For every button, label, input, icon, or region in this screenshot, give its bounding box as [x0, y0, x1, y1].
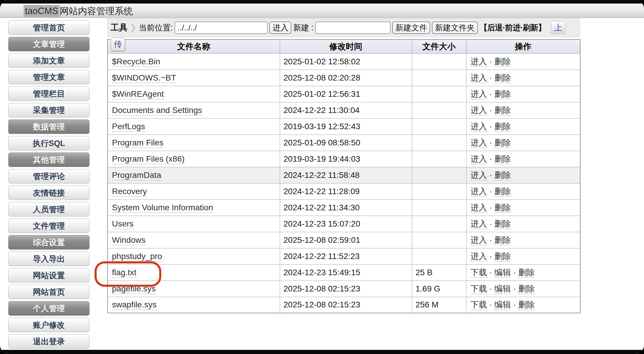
enter-link[interactable]: 进入 [471, 252, 487, 262]
sidebar-item[interactable]: 管理首页 [8, 20, 90, 35]
enter-link[interactable]: 进入 [471, 122, 487, 132]
table-row: Recovery2024-12-22 11:28:09进入 · 删除 [108, 183, 580, 199]
toolbar: 工具 ❯ 当前位置: 进入 新建 : 新建文件 新建文件夹 【后退·前进·刷新】… [107, 18, 580, 37]
sidebar-item[interactable]: 其他管理 [8, 153, 90, 167]
history-nav-links[interactable]: 【后退·前进·刷新】 [479, 22, 546, 33]
delete-link[interactable]: 删除 [494, 235, 511, 245]
enter-button[interactable]: 进入 [269, 22, 291, 34]
sidebar-item[interactable]: 个人管理 [8, 301, 90, 316]
table-row: ProgramData2024-12-22 11:58:48进入 · 删除 [108, 167, 580, 183]
delete-link[interactable]: 删除 [494, 154, 511, 164]
edit-link[interactable]: 编辑 [494, 284, 511, 294]
file-size [412, 232, 466, 248]
delete-link[interactable]: 删除 [518, 284, 535, 294]
file-name-link[interactable]: ProgramData [112, 171, 161, 181]
delete-link[interactable]: 删除 [494, 252, 511, 262]
download-link[interactable]: 下载 [471, 268, 487, 278]
sidebar-item[interactable]: 网站设置 [8, 268, 90, 283]
enter-link[interactable]: 进入 [471, 154, 487, 164]
delete-link[interactable]: 删除 [494, 89, 511, 99]
modified-time: 2024-12-22 11:58:48 [280, 167, 412, 183]
file-name-link[interactable]: $WINDOWS.~BT [112, 73, 176, 83]
table-row: $Recycle.Bin2025-01-02 12:58:02进入 · 删除 [108, 53, 580, 70]
file-name-link[interactable]: $Recycle.Bin [112, 57, 160, 67]
sidebar-item[interactable]: 文件管理 [8, 219, 90, 233]
new-folder-button[interactable]: 新建文件夹 [432, 22, 478, 34]
enter-link[interactable]: 进入 [471, 219, 487, 229]
edit-link[interactable]: 编辑 [494, 300, 511, 310]
enter-link[interactable]: 进入 [471, 57, 487, 67]
enter-link[interactable]: 进入 [471, 89, 487, 99]
table-row: Documents and Settings2024-12-22 11:30:0… [108, 102, 580, 118]
sidebar-item[interactable]: 添加文章 [8, 53, 90, 68]
sidebar-item[interactable]: 导入导出 [8, 252, 90, 266]
sidebar-item[interactable]: 执行SQL [8, 136, 90, 150]
download-link[interactable]: 下载 [471, 300, 487, 310]
delete-link[interactable]: 删除 [494, 219, 511, 229]
file-name-link[interactable]: swapfile.sys [112, 300, 157, 310]
table-row: System Volume Information2024-12-22 11:3… [108, 199, 580, 216]
sidebar-item[interactable]: 综合设置 [8, 235, 90, 250]
sidebar-item[interactable]: 数据管理 [8, 119, 90, 134]
delete-link[interactable]: 删除 [494, 106, 511, 116]
delete-link[interactable]: 删除 [518, 300, 535, 310]
delete-link[interactable]: 删除 [494, 138, 511, 148]
sidebar-item[interactable]: 采集管理 [8, 103, 90, 117]
window-top-edge [0, 0, 644, 4]
modified-time: 2024-12-22 11:34:30 [280, 199, 412, 216]
download-link[interactable]: 下载 [471, 284, 487, 294]
file-size: 1.69 G [412, 281, 466, 297]
sidebar-item[interactable]: 管理栏目 [8, 86, 90, 101]
new-name-input[interactable] [315, 22, 391, 34]
file-name-link[interactable]: Windows [112, 235, 146, 245]
new-file-button[interactable]: 新建文件 [392, 22, 430, 34]
file-name-link[interactable]: Program Files [112, 138, 163, 148]
modified-time: 2025-12-08 02:59:01 [280, 232, 412, 248]
file-name-link[interactable]: Program Files (x86) [112, 154, 185, 164]
modified-time: 2019-03-19 19:44:03 [280, 151, 412, 167]
enter-link[interactable]: 进入 [471, 106, 487, 116]
file-name-link[interactable]: Users [112, 219, 134, 229]
modified-time: 2024-12-22 11:28:09 [280, 183, 412, 199]
delete-link[interactable]: 删除 [494, 171, 511, 181]
file-name-link[interactable]: phpstudy_pro [112, 252, 162, 262]
enter-link[interactable]: 进入 [471, 138, 487, 148]
sidebar-item[interactable]: 文章管理 [8, 37, 90, 51]
file-name-link[interactable]: Recovery [112, 187, 147, 197]
sidebar-item[interactable]: 友情链接 [8, 186, 90, 200]
file-table-wrap: 传 文件名称 修改时间 文件大小 操作 $Recycle.Bin2025-01-… [107, 39, 580, 313]
modified-time: 2025-12-08 02:15:23 [280, 281, 412, 297]
file-name-link[interactable]: $WinREAgent [112, 89, 164, 99]
delete-link[interactable]: 删除 [494, 187, 511, 197]
delete-link[interactable]: 删除 [494, 122, 511, 132]
page-title-rest: 网站内容管理系统 [60, 6, 133, 16]
sidebar-item[interactable]: 管理评论 [8, 169, 90, 183]
delete-link[interactable]: 删除 [518, 268, 535, 278]
location-input[interactable] [175, 22, 268, 34]
delete-link[interactable]: 删除 [494, 57, 511, 67]
sidebar-item[interactable]: 管理文章 [8, 70, 90, 84]
file-name-link[interactable]: flag.txt [112, 268, 136, 278]
sidebar-item[interactable]: 退出登录 [8, 334, 90, 349]
upload-chuan-tab[interactable]: 传 [111, 37, 125, 51]
enter-link[interactable]: 进入 [471, 187, 487, 197]
enter-link[interactable]: 进入 [471, 171, 487, 181]
file-name-link[interactable]: Documents and Settings [112, 106, 202, 116]
brand-highlight: taoCMS [24, 5, 60, 17]
sidebar-item[interactable]: 账户修改 [8, 318, 90, 332]
upload-up-button[interactable]: 上 [551, 21, 565, 34]
app-window: taoCMS网站内容管理系统 管理首页文章管理添加文章管理文章管理栏目采集管理数… [0, 0, 644, 354]
file-size [412, 102, 466, 118]
app-header: taoCMS网站内容管理系统 [0, 4, 644, 18]
enter-link[interactable]: 进入 [471, 235, 487, 245]
enter-link[interactable]: 进入 [471, 203, 487, 213]
sidebar-item[interactable]: 网站首页 [8, 285, 90, 299]
edit-link[interactable]: 编辑 [494, 268, 511, 278]
file-name-link[interactable]: pagefile.sys [112, 284, 156, 294]
file-name-link[interactable]: System Volume Information [112, 203, 213, 213]
enter-link[interactable]: 进入 [471, 73, 487, 83]
file-name-link[interactable]: PerfLogs [112, 122, 145, 132]
sidebar-item[interactable]: 人员管理 [8, 202, 90, 217]
delete-link[interactable]: 删除 [494, 73, 511, 83]
delete-link[interactable]: 删除 [494, 203, 511, 213]
